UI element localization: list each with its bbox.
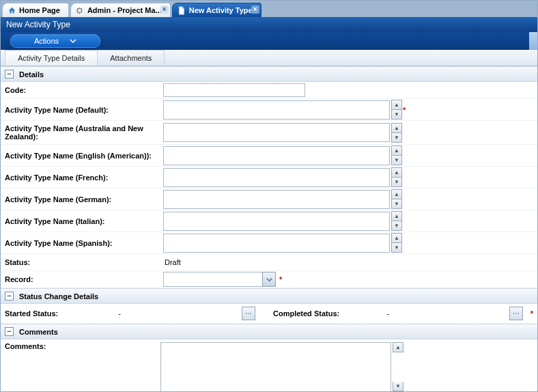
expand-down-icon[interactable]: ▼ — [393, 382, 404, 391]
started-status-label: Started Status: — [5, 309, 107, 318]
subtab-attachments[interactable]: Attachments — [98, 50, 165, 66]
actions-bar: Actions — [1, 32, 537, 50]
sub-tabs: Activity Type Details Attachments — [1, 50, 537, 66]
record-combo[interactable] — [163, 272, 276, 287]
name-es-input[interactable] — [163, 234, 390, 253]
tab-label: Home Page — [19, 6, 60, 14]
row-name-it: Activity Type Name (Italian): ▲▼ — [1, 210, 537, 232]
expand-up-icon[interactable]: ▲ — [391, 100, 402, 110]
expand-up-icon[interactable]: ▲ — [391, 211, 402, 221]
section-title: Details — [19, 70, 44, 79]
chevron-down-icon[interactable] — [262, 272, 276, 287]
tab-label: New Activity Type — [189, 6, 253, 14]
record-input[interactable] — [163, 272, 262, 287]
close-icon[interactable]: × — [251, 5, 259, 14]
status-label: Status: — [5, 255, 160, 269]
tab-home[interactable]: Home Page — [2, 3, 69, 17]
lookup-button[interactable] — [242, 307, 255, 320]
code-label: Code: — [5, 83, 160, 97]
expand-up-icon[interactable]: ▲ — [393, 342, 404, 352]
collapse-toggle[interactable]: − — [5, 292, 14, 300]
expand-down-icon[interactable]: ▼ — [391, 243, 402, 253]
expand-up-icon[interactable]: ▲ — [391, 167, 402, 178]
row-status: Status: Draft — [1, 254, 537, 271]
section-header-details: − Details — [1, 66, 537, 82]
expand-up-icon[interactable]: ▲ — [391, 233, 402, 243]
name-de-label: Activity Type Name (German): — [5, 193, 160, 206]
expand-down-icon[interactable]: ▼ — [391, 199, 402, 209]
section-title: Comments — [19, 328, 58, 336]
row-name-es: Activity Type Name (Spanish): ▲▼ — [1, 232, 537, 254]
row-name-fr: Activity Type Name (French): ▲▼ — [1, 167, 537, 188]
actions-label: Actions — [34, 37, 59, 45]
collapse-toggle[interactable]: − — [5, 70, 14, 79]
expand-down-icon[interactable]: ▼ — [391, 133, 402, 143]
svg-point-3 — [513, 313, 515, 314]
tab-admin[interactable]: Admin - Project Ma... × — [70, 3, 171, 17]
tab-label: Admin - Project Ma... — [87, 6, 162, 14]
completed-status-label: Completed Status: — [273, 309, 376, 318]
comments-input[interactable] — [160, 342, 391, 392]
started-status-cell: Started Status: - — [1, 304, 269, 323]
expand-down-icon[interactable]: ▼ — [391, 110, 402, 120]
svg-point-4 — [515, 313, 517, 314]
name-es-label: Activity Type Name (Spanish): — [5, 236, 160, 250]
completed-status-value: - — [380, 309, 396, 318]
name-en-us-label: Activity Type Name (English (American)): — [5, 149, 160, 163]
expand-up-icon[interactable]: ▲ — [391, 123, 402, 133]
section-header-status-change: − Status Change Details — [1, 288, 537, 304]
file-icon — [177, 5, 186, 15]
row-record: Record: * — [1, 271, 537, 288]
expand-down-icon[interactable]: ▼ — [391, 221, 402, 231]
name-it-input[interactable] — [163, 212, 390, 231]
resize-stepper: ▲ ▼ — [391, 100, 399, 120]
svg-point-0 — [246, 313, 247, 314]
required-asterisk: * — [279, 275, 282, 283]
close-icon[interactable]: × — [160, 5, 169, 14]
expand-up-icon[interactable]: ▲ — [391, 189, 402, 199]
row-name-de: Activity Type Name (German): ▲▼ — [1, 188, 537, 210]
completed-status-cell: Completed Status: - * — [269, 304, 537, 323]
actions-menu-button[interactable]: Actions — [10, 34, 100, 48]
chevron-down-icon — [70, 38, 76, 44]
code-input[interactable] — [163, 83, 305, 97]
section-header-comments: − Comments — [1, 324, 537, 339]
row-name-default: Activity Type Name (Default): ▲ ▼ * — [1, 99, 537, 121]
row-comments: Comments: ▲ ▼ — [1, 339, 537, 392]
name-default-label: Activity Type Name (Default): — [5, 103, 160, 117]
svg-point-5 — [518, 313, 519, 314]
corner-decoration — [529, 32, 537, 50]
lookup-button[interactable] — [509, 307, 523, 320]
comments-label: Comments: — [5, 342, 160, 392]
gear-icon — [75, 5, 85, 15]
name-anz-input[interactable] — [163, 123, 390, 142]
name-anz-label: Activity Type Name (Australia and New Ze… — [5, 122, 160, 143]
row-status-change: Started Status: - Completed Status: - * — [1, 304, 537, 324]
expand-up-icon[interactable]: ▲ — [391, 145, 402, 156]
page-title-bar: New Activity Type — [1, 17, 537, 32]
section-title: Status Change Details — [19, 292, 98, 300]
content-area: − Details Code: Activity Type Name (Defa… — [1, 66, 537, 392]
expand-down-icon[interactable]: ▼ — [391, 156, 402, 165]
name-en-us-input[interactable] — [163, 146, 390, 165]
window-tabs: Home Page Admin - Project Ma... × New Ac… — [1, 1, 537, 17]
name-de-input[interactable] — [163, 190, 390, 209]
name-it-label: Activity Type Name (Italian): — [5, 214, 160, 228]
required-asterisk: * — [403, 106, 406, 114]
name-default-input[interactable] — [163, 100, 390, 120]
started-status-value: - — [111, 309, 128, 318]
svg-point-2 — [251, 313, 252, 314]
collapse-toggle[interactable]: − — [5, 327, 14, 336]
status-value: Draft — [163, 258, 181, 266]
page-title: New Activity Type — [6, 20, 70, 29]
record-label: Record: — [5, 272, 160, 286]
row-name-anz: Activity Type Name (Australia and New Ze… — [1, 121, 537, 145]
tab-new-activity-type[interactable]: New Activity Type × — [172, 3, 261, 17]
home-icon — [7, 5, 16, 15]
expand-down-icon[interactable]: ▼ — [391, 178, 402, 187]
required-asterisk: * — [530, 309, 533, 318]
name-fr-label: Activity Type Name (French): — [5, 171, 160, 184]
svg-point-1 — [248, 313, 249, 314]
subtab-activity-type-details[interactable]: Activity Type Details — [5, 49, 98, 66]
name-fr-input[interactable] — [163, 168, 390, 187]
